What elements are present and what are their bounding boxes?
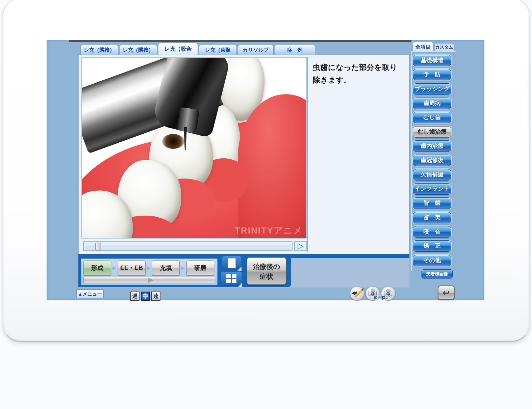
bottom-control-band: 形成 ▶ EE・EB ▶ 充填 ▶ 研磨 ▶ 治療後の [78,254,409,288]
fold-corner-icon [238,283,242,287]
progress-arrow-icon: ▶ [148,276,153,284]
handpiece-neck-illustration [177,107,199,133]
return-button[interactable]: ↩ [438,285,455,300]
view-mode-switcher [220,256,243,286]
sidebar-item-brushing[interactable]: ブラッシング [413,83,451,95]
control-band-top-bar [78,254,409,258]
caption-panel: 虫歯になった部分を取り除きます。 [307,57,408,252]
speed-fast-button[interactable]: 速 [151,292,160,301]
cavity-spot [162,134,184,149]
post-treatment-symptoms-button[interactable]: 治療後の 症状 [247,257,286,285]
sidebar-item-wisdom-tooth[interactable]: 智 歯 [413,197,451,209]
tab-carisolv[interactable]: カリソルブ [238,45,274,55]
sidebar-tab-custom[interactable]: カスタム [434,43,454,51]
play-button[interactable]: ▷ [294,241,307,251]
sidebar-item-basic-structure[interactable]: 基礎構造 [413,55,451,66]
tab-resin-adjacent-large[interactable]: レ充（隣接）大 [119,45,157,55]
sidebar-item-caries[interactable]: むし歯 [413,112,451,123]
treatment-steps: 形成 ▶ EE・EB ▶ 充填 ▶ 研磨 [83,261,214,275]
tab-resin-adjacent-front[interactable]: レ充（隣接）前 [80,45,118,55]
pencil-icon [354,289,363,298]
grid-view-button[interactable] [221,272,242,287]
tab-case-examples[interactable]: 症 例 [275,45,315,55]
sidebar-item-caries-treatment[interactable]: むし歯治療 [413,126,451,138]
sidebar-item-endodontics[interactable]: 歯内治療 [413,140,451,152]
step-filling[interactable]: 充填 [152,261,180,275]
speed-slow-button[interactable]: 遅 [130,292,140,301]
dental-animation-viewport: TRINITYアニメ [81,57,307,239]
post-treatment-line1: 治療後の [247,262,286,272]
speed-medium-button[interactable]: 中 [141,292,150,301]
sidebar-item-periodontal-disease[interactable]: 歯周病 [413,98,451,109]
playback-speed-group: 遅 中 速 [130,292,160,301]
single-view-button[interactable] [222,256,241,270]
sidebar-item-others[interactable]: その他 [413,255,451,266]
tab-resin-occlusal[interactable]: レ充（咬合面） [158,43,198,55]
menu-button[interactable]: ▲メニュー [76,289,104,298]
step-forming[interactable]: 形成 [83,261,111,275]
tab-resin-cervical[interactable]: レ充（歯頸部） [199,45,237,55]
single-view-icon [228,258,236,268]
seek-track [86,246,289,247]
screenshot-root: レ充（隣接）前 レ充（隣接）大 レ充（咬合面） レ充（歯頸部） カリソルブ 症 … [0,0,532,409]
seek-thumb[interactable] [95,243,101,250]
treatment-step-panel: 形成 ▶ EE・EB ▶ 充填 ▶ 研磨 ▶ [81,258,218,285]
sidebar-item-esthetics[interactable]: 審 美 [413,212,451,223]
step-progress-bar[interactable]: ▶ [83,277,215,283]
grid-view-icon [226,274,236,283]
step-polishing[interactable]: 研磨 [186,261,214,275]
sidebar-item-crown-restoration[interactable]: 歯冠修復 [413,155,451,166]
animation-tab-bar: レ充（隣接）前 レ充（隣接）大 レ充（咬合面） レ充（歯頸部） カリソルブ 症 … [80,43,411,55]
sidebar-item-implant[interactable]: インプラント [413,183,451,195]
seek-bar[interactable] [83,241,293,251]
step-ee-eb[interactable]: EE・EB [118,261,146,275]
sidebar-item-orthodontics[interactable]: 矯 正 [413,240,451,252]
sidebar-item-prevention[interactable]: 予 防 [413,69,451,80]
sidebar-item-occlusion[interactable]: 咬 合 [413,226,451,238]
sidebar-item-prosthetics[interactable]: 欠損補綴 [413,169,451,181]
step-arrow-icon: ▶ [112,265,117,271]
rewind-icon: ◀◀ [351,290,354,296]
step-arrow-icon: ▶ [181,265,185,271]
patient-images-button[interactable]: 患者様画像 [422,269,453,278]
replay-annotate-button[interactable]: ◀◀ [350,286,364,301]
post-treatment-line2: 症状 [247,272,286,281]
fold-corner-icon [237,267,242,271]
sidebar-tab-all-items[interactable]: 全項目 [413,42,433,51]
step-arrow-icon: ▶ [147,265,151,271]
panel-top-shadow [69,40,411,42]
range-select-label: 範囲指定 [374,295,390,301]
watermark-text: TRINITYアニメ [235,225,303,237]
